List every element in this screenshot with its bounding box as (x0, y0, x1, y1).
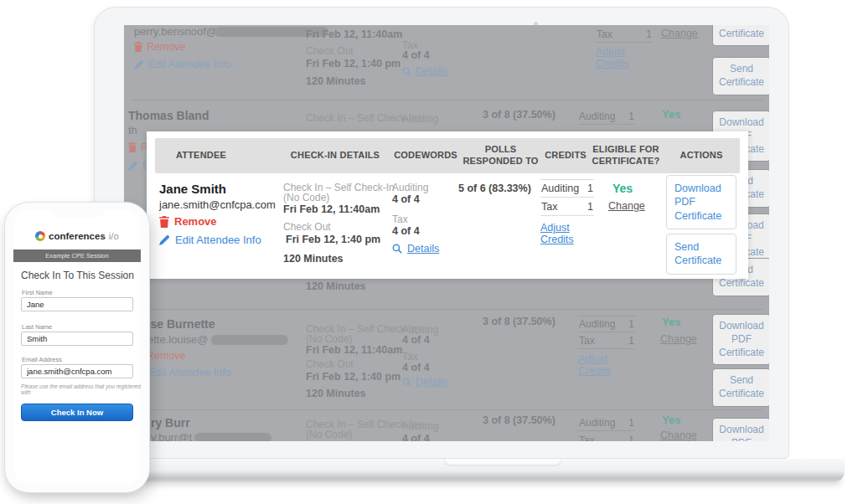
edit-attendee-link[interactable]: Edit Attendee Info (159, 234, 261, 246)
adjust-credits-link[interactable]: Adjust Credits (578, 353, 618, 377)
download-certificate-button[interactable]: Download PDF Certificate (712, 418, 769, 441)
download-certificate-button[interactable]: Download PDF Certificate (712, 25, 769, 46)
download-certificate-button[interactable]: Download PDF Certificate (666, 175, 737, 229)
laptop-thumb-notch (443, 459, 562, 466)
change-link[interactable]: Change (660, 333, 697, 345)
change-link[interactable]: Change (608, 200, 645, 212)
credit-row: Auditing 1 (578, 316, 635, 332)
credit-value: 1 (646, 28, 652, 40)
credit-value: 1 (628, 318, 634, 330)
codeword-name: Auditing (392, 182, 428, 193)
eligible-status: Yes (662, 108, 680, 121)
send-certificate-button[interactable]: Send Certificate (712, 368, 769, 407)
magnifier-icon (392, 244, 402, 254)
send-certificate-button[interactable]: Send Certificate (712, 57, 769, 95)
credit-row: Tax 1 (596, 27, 653, 43)
app-logo: conferences i/o (13, 231, 141, 241)
marketing-mockup: perry.bensnoof@ Remove Edit Attendee Inf… (0, 0, 858, 504)
credit-row: Auditing 1 (578, 109, 635, 125)
checkin-nocode: (No Code) (283, 192, 329, 203)
send-certificate-button[interactable]: Send Certificate (666, 234, 737, 275)
checkin-method: Check In – Self Check-In (306, 112, 417, 124)
checkout-label: Check Out (306, 358, 354, 370)
polls-responded: 3 of 8 (37.50%) (483, 316, 556, 327)
checkout-time: Fri Feb 12, 1:40 pm (306, 58, 401, 69)
laptop-base (71, 459, 845, 487)
details-label: Details (416, 65, 447, 77)
codeword-name: Tax (392, 213, 408, 225)
polls-responded: 3 of 8 (37.50%) (483, 414, 556, 426)
adjust-credits-link[interactable]: Adjust Credits (596, 46, 636, 69)
edit-attendee-link[interactable]: Edit Attendee Info (134, 59, 231, 70)
change-link[interactable]: Change (660, 429, 697, 441)
codeword-score: 4 of 4 (392, 225, 420, 237)
row-divider (131, 309, 762, 310)
codeword-name: Auditing (402, 420, 438, 432)
codeword-score: 4 of 4 (402, 49, 430, 61)
remove-label: Remove (147, 350, 186, 362)
eligible-status: Yes (612, 182, 633, 195)
credit-type: Tax (579, 435, 595, 441)
adjust-credits-link[interactable]: Adjust Credits (540, 222, 581, 245)
duration: 120 Minutes (306, 75, 366, 87)
credit-type: Auditing (579, 417, 615, 429)
first-name-input[interactable] (21, 297, 133, 311)
download-certificate-button[interactable]: Download PDF Certificate (712, 314, 769, 365)
edit-label: Edit Attendee Info (148, 59, 231, 70)
checkin-nocode: (No Code) (306, 429, 352, 440)
session-banner: Example CPE Session (13, 249, 141, 262)
codeword-score: 4 of 4 (402, 334, 430, 346)
polls-responded: 5 of 6 (83.33%) (458, 183, 531, 194)
last-name-input[interactable] (21, 332, 133, 346)
trash-icon (159, 216, 169, 228)
attendee-name: Jane Smith (159, 182, 226, 196)
details-link[interactable]: Details (402, 376, 447, 388)
credit-type: Auditing (579, 318, 615, 330)
redacted-email-domain (194, 433, 271, 441)
email-address-input[interactable] (21, 364, 133, 378)
phone-notch (50, 210, 104, 218)
credit-value: 1 (628, 417, 634, 429)
details-link[interactable]: Details (402, 65, 447, 77)
column-header-codewords: CODEWORDS (384, 138, 468, 173)
duration: 120 Minutes (283, 253, 344, 265)
laptop-deck (71, 459, 845, 471)
credit-value: 1 (587, 201, 593, 213)
codeword-score: 4 of 4 (402, 433, 430, 441)
credit-row: Tax 1 (578, 333, 635, 349)
attendee-email: perry.bensnoof@ (134, 25, 217, 38)
credit-value: 1 (628, 435, 634, 441)
credit-value: 1 (628, 335, 634, 347)
remove-link[interactable]: Remove (159, 215, 217, 228)
table-header-band: ATTENDEE CHECK-IN DETAILS CODEWORDS POLL… (155, 138, 740, 173)
details-label: Details (407, 243, 439, 255)
row-divider (131, 100, 762, 100)
change-link[interactable]: Change (661, 28, 698, 39)
column-header-eligible: ELIGIBLE FOR CERTIFICATE? (584, 138, 668, 173)
edit-label: Edit Attendee Info (175, 234, 261, 246)
eligible-status: Yes (662, 414, 680, 426)
logo-brand-text: conferences (49, 231, 106, 241)
checkin-nocode: (No Code) (306, 333, 352, 345)
credit-type: Tax (541, 201, 557, 213)
email-note: Please use the email address that you re… (21, 383, 141, 395)
credit-type: Tax (579, 335, 595, 347)
credit-value: 1 (587, 183, 593, 194)
phone-mockup: conferences i/o Example CPE Session Chec… (5, 203, 149, 492)
details-link[interactable]: Details (392, 243, 439, 255)
attendee-name: ry Burr (151, 416, 190, 429)
conferences-io-logo-icon (35, 231, 45, 241)
row-divider (131, 409, 762, 410)
edit-label: Edit Attendee Info (148, 367, 231, 378)
magnifier-icon (402, 67, 411, 76)
trash-icon (134, 42, 142, 52)
checkin-time: Fri Feb 12, 11:40am (283, 203, 380, 215)
polls-responded: 3 of 8 (37.50%) (483, 109, 556, 121)
attendee-email: th (128, 124, 137, 136)
remove-link[interactable]: Remove (134, 41, 186, 53)
checkout-label: Check Out (283, 221, 331, 233)
checkout-time: Fri Feb 12, 1:40 pm (306, 371, 401, 383)
check-in-now-button[interactable]: Check In Now (21, 404, 133, 421)
first-name-label: First Name (22, 289, 53, 296)
phone-screen: conferences i/o Example CPE Session Chec… (13, 210, 141, 485)
